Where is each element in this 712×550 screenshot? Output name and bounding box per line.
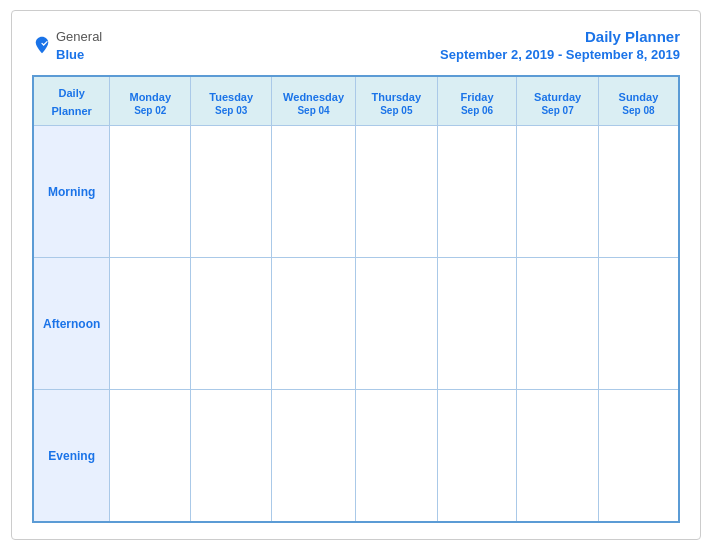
col-header-saturday: Saturday Sep 07 (517, 76, 599, 126)
cell-morning-wednesday[interactable] (272, 126, 356, 258)
cell-afternoon-monday[interactable] (110, 258, 191, 390)
cell-morning-sunday[interactable] (598, 126, 679, 258)
cell-afternoon-saturday[interactable] (517, 258, 599, 390)
col-header-friday: Friday Sep 06 (437, 76, 517, 126)
planner-page: General Blue Daily Planner September 2, … (11, 10, 701, 540)
cell-evening-thursday[interactable] (355, 390, 437, 522)
logo-icon (32, 35, 52, 55)
header: General Blue Daily Planner September 2, … (32, 27, 680, 63)
cell-morning-monday[interactable] (110, 126, 191, 258)
cell-afternoon-friday[interactable] (437, 258, 517, 390)
cell-afternoon-wednesday[interactable] (272, 258, 356, 390)
col-header-tuesday: Tuesday Sep 03 (191, 76, 272, 126)
cell-morning-tuesday[interactable] (191, 126, 272, 258)
cell-afternoon-tuesday[interactable] (191, 258, 272, 390)
col-header-monday: Monday Sep 02 (110, 76, 191, 126)
cell-evening-tuesday[interactable] (191, 390, 272, 522)
logo-text: General Blue (56, 27, 102, 63)
row-label-evening: Evening (33, 390, 110, 522)
logo-general: General (56, 29, 102, 44)
planner-table: Daily Planner Monday Sep 02 Tuesday Sep … (32, 75, 680, 523)
cell-morning-saturday[interactable] (517, 126, 599, 258)
col-header-wednesday: Wednesday Sep 04 (272, 76, 356, 126)
cell-afternoon-sunday[interactable] (598, 258, 679, 390)
title-area: Daily Planner September 2, 2019 - Septem… (440, 27, 680, 63)
cell-afternoon-thursday[interactable] (355, 258, 437, 390)
cell-morning-thursday[interactable] (355, 126, 437, 258)
planner-date-range: September 2, 2019 - September 8, 2019 (440, 47, 680, 64)
cell-morning-friday[interactable] (437, 126, 517, 258)
cell-evening-wednesday[interactable] (272, 390, 356, 522)
planner-title: Daily Planner (440, 27, 680, 47)
col-header-sunday: Sunday Sep 08 (598, 76, 679, 126)
logo: General Blue (32, 27, 102, 63)
col-header-daily-planner: Daily Planner (33, 76, 110, 126)
row-afternoon: Afternoon (33, 258, 679, 390)
cell-evening-sunday[interactable] (598, 390, 679, 522)
row-evening: Evening (33, 390, 679, 522)
row-label-morning: Morning (33, 126, 110, 258)
logo-blue: Blue (56, 47, 84, 62)
cell-evening-saturday[interactable] (517, 390, 599, 522)
cell-evening-friday[interactable] (437, 390, 517, 522)
cell-evening-monday[interactable] (110, 390, 191, 522)
header-row: Daily Planner Monday Sep 02 Tuesday Sep … (33, 76, 679, 126)
row-morning: Morning (33, 126, 679, 258)
col-header-thursday: Thursday Sep 05 (355, 76, 437, 126)
row-label-afternoon: Afternoon (33, 258, 110, 390)
